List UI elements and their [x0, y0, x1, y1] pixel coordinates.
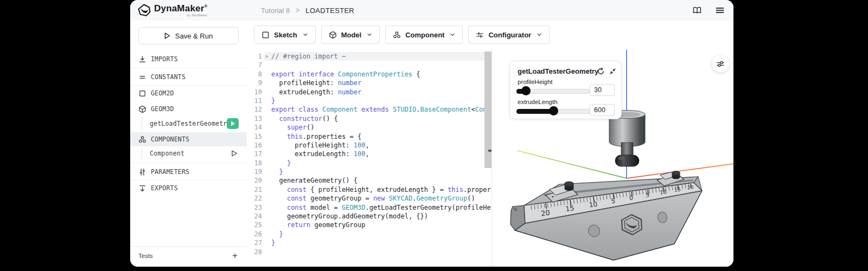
- code-line: 8export interface ComponentProperties {: [247, 70, 492, 79]
- svg-text:15: 15: [674, 186, 681, 193]
- code-line: 7: [247, 61, 492, 69]
- download-icon: [138, 55, 146, 63]
- slider-fill: [516, 109, 554, 114]
- code-line: 27}: [247, 238, 492, 247]
- viewport-3d[interactable]: 20 15 10 5 0 5 10 15 20: [492, 49, 733, 267]
- view-settings-button[interactable]: [712, 55, 729, 73]
- editor-toolbar: Sketch Model Component Configurator: [247, 21, 733, 49]
- app-window: DynaMaker® by SkyMaker Tutorial 8 > LOAD…: [130, 0, 733, 267]
- chevron-down-icon: [367, 32, 372, 37]
- svg-text:15: 15: [565, 204, 575, 213]
- code-line: 23 const model = GEOM3D.getLoadTesterGeo…: [247, 203, 492, 212]
- square-icon: [138, 89, 146, 98]
- model-dropdown-button[interactable]: Model: [321, 25, 380, 44]
- refresh-icon[interactable]: [597, 67, 605, 75]
- sidebar-divider: [130, 85, 247, 86]
- svg-text:20: 20: [687, 184, 694, 191]
- code-line: 13 constructor() {: [247, 114, 492, 123]
- code-line: 24 geometryGroup.addGeometry(model, {}): [247, 212, 492, 221]
- editor-scrollbar[interactable]: [484, 49, 492, 267]
- sidebar-item-parameters[interactable]: PARAMETERS: [130, 165, 247, 179]
- code-line: 26 }: [247, 230, 492, 238]
- extrudelength-slider[interactable]: [516, 109, 590, 114]
- sidebar-item-exports[interactable]: EXPORTS: [130, 181, 247, 195]
- sidebar-divider: [130, 68, 247, 68]
- sidebar-item-geom3d[interactable]: GEOM3D: [130, 102, 247, 116]
- equals-icon: [138, 73, 146, 81]
- param-extrudelength: extrudeLength: [516, 100, 615, 118]
- code-line: 16 profileHeight: 100,: [247, 141, 492, 150]
- brand-subtitle: by SkyMaker: [154, 14, 208, 17]
- component-dropdown-button[interactable]: Component: [385, 25, 463, 44]
- components-cluster-icon: [393, 31, 401, 39]
- code-line: 11}: [247, 96, 492, 105]
- docs-book-icon[interactable]: [692, 5, 702, 15]
- tune-sliders-icon: [716, 60, 725, 68]
- breadcrumb-separator: >: [296, 7, 299, 14]
- extrudelength-value-input[interactable]: [590, 104, 615, 116]
- configurator-dropdown-button[interactable]: Configurator: [468, 25, 550, 44]
- code-editor[interactable]: 1>// #region import ⋯78export interface …: [247, 49, 492, 267]
- sidebar-item-components[interactable]: COMPONENTS: [130, 132, 247, 146]
- code-line: 1>// #region import ⋯: [247, 52, 492, 61]
- sidebar-item-geom2d[interactable]: GEOM2D: [130, 86, 247, 100]
- sidebar-item-component[interactable]: Component: [130, 146, 247, 160]
- collapse-icon[interactable]: [609, 67, 617, 75]
- breadcrumb: Tutorial 8 > LOADTESTER: [261, 7, 354, 15]
- sliders-horizontal-icon: [476, 31, 484, 39]
- slider-thumb[interactable]: [521, 86, 531, 95]
- code-line: 12export class Component extends STUDIO.…: [247, 105, 492, 114]
- parameter-panel-title: getLoadTesterGeometry: [518, 67, 598, 75]
- code-line: 25 return geometryGroup: [247, 221, 492, 229]
- svg-text:20: 20: [540, 208, 550, 217]
- y-axis: [518, 151, 627, 178]
- slider-thumb[interactable]: [549, 106, 558, 115]
- add-test-button[interactable]: +: [232, 250, 238, 261]
- code-line: 22 const geometryGroup = new SKYCAD.Geom…: [247, 194, 492, 203]
- sidebar-divider: [130, 180, 247, 180]
- profileheight-slider[interactable]: [516, 89, 590, 94]
- menu-hamburger-icon[interactable]: [715, 5, 725, 15]
- topbar: DynaMaker® by SkyMaker Tutorial 8 > LOAD…: [130, 0, 733, 21]
- tests-section: Tests +: [130, 246, 247, 267]
- cube-icon: [138, 105, 146, 113]
- svg-text:10: 10: [659, 189, 667, 196]
- code-line: 19 }: [247, 167, 492, 176]
- sidebar-item-getloadtestergeometry[interactable]: getLoadTesterGeometry: [130, 117, 247, 131]
- profileheight-value-input[interactable]: [590, 84, 615, 96]
- dynamaker-logo-icon: [137, 3, 151, 17]
- sliders-vertical-icon: [138, 168, 146, 176]
- run-geometry-button[interactable]: [227, 118, 239, 129]
- sidebar-item-constants[interactable]: CONSTANTS: [130, 70, 247, 84]
- code-line: 18 }: [247, 159, 492, 167]
- run-component-button[interactable]: [231, 150, 238, 157]
- code-line: 28: [247, 248, 492, 256]
- code-line: 17 extrudeLength: 100,: [247, 150, 492, 158]
- svg-text:10: 10: [589, 201, 598, 209]
- save-and-run-button[interactable]: Save & Run: [138, 27, 239, 44]
- sidebar-item-imports[interactable]: IMPORTS: [130, 52, 247, 66]
- sketch-dropdown-button[interactable]: Sketch: [254, 25, 316, 44]
- logo[interactable]: DynaMaker® by SkyMaker: [137, 3, 208, 17]
- load-tester-beam-model: 20 15 10 5 0 5 10 15 20: [510, 171, 702, 261]
- breadcrumb-project[interactable]: Tutorial 8: [261, 7, 290, 15]
- code-line: 14 super(): [247, 123, 492, 132]
- sidebar: Save & Run IMPORTS CONSTANTS GEOM2D GEOM…: [130, 21, 247, 267]
- breadcrumb-page: LOADTESTER: [305, 7, 354, 15]
- play-icon: [231, 121, 235, 126]
- code-line: 15 this.properties = {: [247, 132, 492, 141]
- param-label: extrudeLength: [518, 99, 558, 105]
- chevron-down-icon: [450, 32, 455, 37]
- code-line: 21 const { profileHeight, extrudeLength …: [247, 185, 492, 194]
- parameter-panel: getLoadTesterGeometry profileHeight: [509, 61, 622, 119]
- export-icon: [138, 184, 146, 192]
- chevron-down-icon: [303, 32, 308, 37]
- chevron-down-icon: [537, 32, 542, 37]
- cube-icon: [329, 31, 337, 39]
- tests-label: Tests: [138, 253, 153, 259]
- brand-name: DynaMaker®: [154, 4, 208, 13]
- square-icon: [261, 31, 270, 39]
- play-icon: [164, 33, 170, 39]
- components-cluster-icon: [138, 136, 146, 144]
- code-line: 10 extrudeLength: number: [247, 88, 492, 96]
